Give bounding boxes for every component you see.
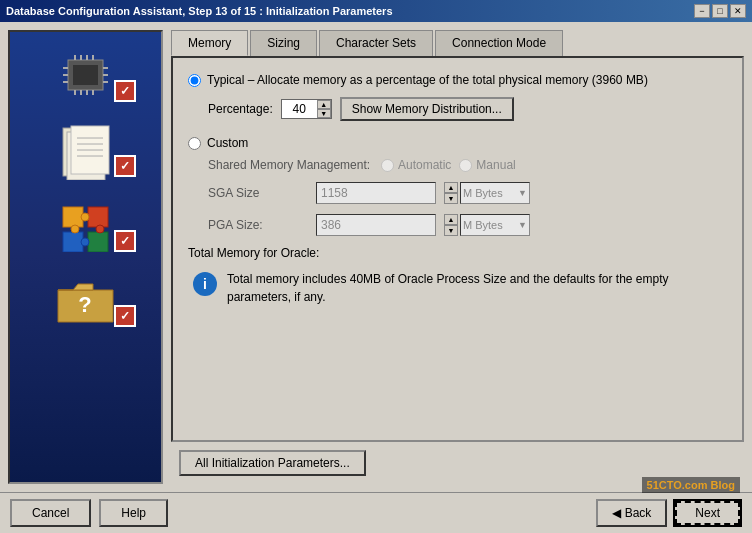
svg-point-27 [81,213,89,221]
tab-content-memory: Typical – Allocate memory as a percentag… [171,56,744,442]
back-arrow-icon: ◀ [612,506,621,520]
tab-memory[interactable]: Memory [171,30,248,56]
svg-text:?: ? [78,292,91,317]
info-text: Total memory includes 40MB of Oracle Pro… [227,270,722,306]
pga-dropdown-arrow: ▼ [518,220,527,230]
watermark: 51CTO.com Blog [642,477,740,493]
window-title: Database Configuration Assistant, Step 1… [6,5,393,17]
sidebar-item-3: ✓ [31,192,141,257]
tab-bar: Memory Sizing Character Sets Connection … [171,30,744,56]
custom-radio-row: Custom [188,136,727,150]
sidebar: ✓ ✓ [8,30,163,484]
sidebar-item-2: ✓ [31,117,141,182]
sga-unit-wrapper: ▲ ▼ M Bytes ▼ [444,182,530,204]
cancel-button[interactable]: Cancel [10,499,91,527]
bottom-bar: Cancel Help ◀ Back Next [0,492,752,533]
percentage-up-btn[interactable]: ▲ [317,100,331,109]
pga-unit-dropdown: M Bytes ▼ [460,214,530,236]
maximize-button[interactable]: □ [712,4,728,18]
percentage-spinner: ▲ ▼ [317,100,331,118]
check-badge-1: ✓ [114,80,136,102]
svg-point-30 [96,225,104,233]
pga-label: PGA Size: [208,218,308,232]
sga-down-btn: ▼ [444,193,458,204]
custom-label: Custom [207,136,248,150]
check-badge-3: ✓ [114,230,136,252]
back-label: Back [625,506,652,520]
title-bar: Database Configuration Assistant, Step 1… [0,0,752,22]
check-badge-2: ✓ [114,155,136,177]
help-button[interactable]: Help [99,499,168,527]
next-button[interactable]: Next [673,499,742,527]
minimize-button[interactable]: − [694,4,710,18]
pga-spinner: ▲ ▼ [444,214,458,236]
docs-icon [53,120,118,180]
show-memory-button[interactable]: Show Memory Distribution... [340,97,514,121]
custom-section: Custom Shared Memory Management: Automat… [188,136,727,236]
svg-rect-26 [88,232,108,252]
pga-unit-label: M Bytes [463,219,503,231]
folder-q-icon: ? [53,270,118,330]
automatic-option: Automatic [381,158,451,172]
sga-dropdown-arrow: ▼ [518,188,527,198]
sga-row: SGA Size ▲ ▼ M Bytes ▼ [208,182,727,204]
automatic-radio [381,159,394,172]
tab-sizing[interactable]: Sizing [250,30,317,56]
manual-option: Manual [459,158,515,172]
shared-memory-label: Shared Memory Management: [208,158,373,172]
check-badge-4: ✓ [114,305,136,327]
svg-rect-25 [63,232,83,252]
sga-label: SGA Size [208,186,308,200]
sga-unit-label: M Bytes [463,187,503,199]
pga-up-btn: ▲ [444,214,458,225]
manual-label: Manual [476,158,515,172]
pga-down-btn: ▼ [444,225,458,236]
puzzle-icon [53,197,118,252]
custom-radio[interactable] [188,137,201,150]
manual-radio [459,159,472,172]
window-body: ✓ ✓ [0,22,752,533]
svg-point-28 [81,238,89,246]
bottom-left-buttons: Cancel Help [10,499,168,527]
sga-unit-dropdown: M Bytes ▼ [460,182,530,204]
title-bar-buttons: − □ ✕ [694,4,746,18]
sidebar-item-4: ? ✓ [31,267,141,332]
custom-inner: Shared Memory Management: Automatic Manu… [208,158,727,236]
total-memory-section: Total Memory for Oracle: i Total memory … [188,246,727,311]
percentage-input-wrapper: ▲ ▼ [281,99,332,119]
sga-up-btn: ▲ [444,182,458,193]
tab-connection-mode[interactable]: Connection Mode [435,30,563,56]
pga-row: PGA Size: ▲ ▼ M Bytes ▼ [208,214,727,236]
sga-input [316,182,436,204]
percentage-label: Percentage: [208,102,273,116]
chip-icon [53,50,118,100]
all-init-button[interactable]: All Initialization Parameters... [179,450,366,476]
main-panel: Memory Sizing Character Sets Connection … [171,30,744,484]
total-memory-label: Total Memory for Oracle: [188,246,727,260]
sidebar-item-1: ✓ [31,42,141,107]
sga-spinner: ▲ ▼ [444,182,458,204]
automatic-label: Automatic [398,158,451,172]
svg-rect-1 [73,65,98,85]
bottom-right-buttons: ◀ Back Next [596,499,742,527]
typical-radio[interactable] [188,74,201,87]
percentage-row: Percentage: ▲ ▼ Show Memory Distribution… [208,97,727,121]
content-area: ✓ ✓ [0,22,752,492]
svg-rect-24 [88,207,108,227]
info-box: i Total memory includes 40MB of Oracle P… [188,265,727,311]
typical-label: Typical – Allocate memory as a percentag… [207,73,648,87]
back-button[interactable]: ◀ Back [596,499,668,527]
typical-radio-row: Typical – Allocate memory as a percentag… [188,73,727,87]
percentage-input[interactable] [282,100,317,118]
tab-character-sets[interactable]: Character Sets [319,30,433,56]
close-button[interactable]: ✕ [730,4,746,18]
info-icon: i [193,272,217,296]
svg-point-29 [71,225,79,233]
pga-input [316,214,436,236]
svg-rect-23 [63,207,83,227]
shared-memory-row: Shared Memory Management: Automatic Manu… [208,158,727,172]
pga-unit-wrapper: ▲ ▼ M Bytes ▼ [444,214,530,236]
percentage-down-btn[interactable]: ▼ [317,109,331,118]
